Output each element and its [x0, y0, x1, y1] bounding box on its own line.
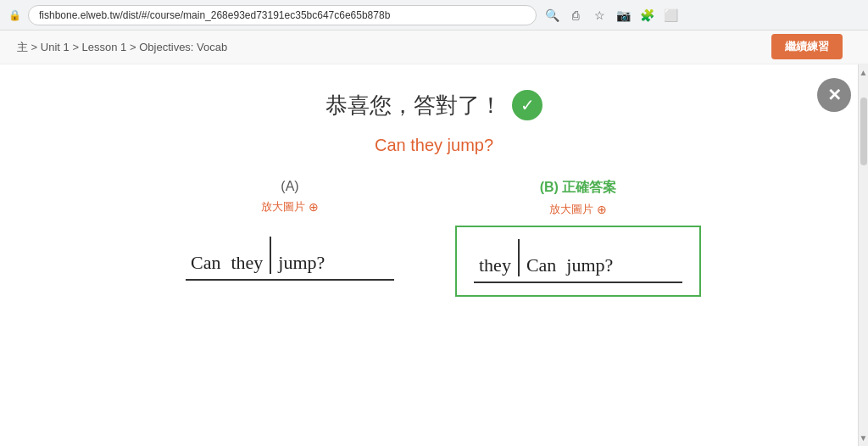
panel-b-enlarge-button[interactable]: 放大圖片 ⊕ — [549, 202, 607, 217]
panel-a-divider — [270, 237, 271, 274]
panel-b-enlarge-label: 放大圖片 — [549, 202, 593, 217]
continue-button[interactable]: 繼續練習 — [771, 34, 843, 59]
url-text: fishbone.elweb.tw/dist/#/course/main_268… — [39, 9, 390, 21]
panel-b-sentence: they Can jump? — [474, 239, 682, 283]
panel-b-word-3: jump? — [561, 254, 618, 276]
panel-a-enlarge-label: 放大圖片 — [261, 199, 305, 215]
lock-icon: 🔒 — [8, 9, 21, 21]
panel-a-enlarge-button[interactable]: 放大圖片 ⊕ — [261, 199, 319, 215]
url-bar[interactable]: fishbone.elweb.tw/dist/#/course/main_268… — [28, 5, 537, 25]
panel-a-sentence: Can they jump? — [186, 237, 394, 281]
extension-icon[interactable]: 🧩 — [638, 7, 655, 24]
panel-a: (A) 放大圖片 ⊕ Can they jump? — [163, 179, 417, 294]
congrats-text: 恭喜您，答對了！ — [326, 91, 502, 120]
panel-a-word-1: Can — [186, 252, 225, 274]
scroll-down-arrow[interactable]: ▼ — [860, 430, 868, 446]
share-icon[interactable]: ⎙ — [567, 7, 584, 24]
check-circle-icon: ✓ — [512, 90, 542, 120]
panel-b-enlarge-icon: ⊕ — [597, 203, 607, 216]
panel-a-word-3: jump? — [273, 252, 330, 274]
panel-a-label: (A) — [281, 179, 298, 194]
panel-b-word-1: they — [474, 254, 516, 276]
scroll-up-arrow[interactable]: ▲ — [860, 64, 868, 81]
panel-b-diagram: they Can jump? — [455, 226, 701, 297]
answers-container: (A) 放大圖片 ⊕ Can they jump? (B) — [95, 179, 773, 297]
panel-a-diagram: Can they jump? — [167, 223, 413, 294]
panel-a-enlarge-icon: ⊕ — [309, 200, 319, 214]
close-button[interactable]: ✕ — [817, 78, 851, 112]
panel-b-divider — [518, 239, 520, 276]
page-content: 主 > Unit 1 > Lesson 1 > Objectives: Voca… — [0, 31, 868, 446]
breadcrumb: 主 > Unit 1 > Lesson 1 > Objectives: Voca… — [17, 40, 227, 55]
search-browser-icon[interactable]: 🔍 — [543, 7, 560, 24]
star-icon[interactable]: ☆ — [591, 7, 608, 24]
camera-icon[interactable]: 📷 — [615, 7, 632, 24]
close-icon: ✕ — [827, 85, 842, 105]
window-icon[interactable]: ⬜ — [662, 7, 679, 24]
main-content: ▲ ▼ ✕ 恭喜您，答對了！ ✓ Can they jump? (A) 放大圖片 — [0, 64, 868, 446]
panel-b-baseline — [474, 282, 682, 283]
scrollbar[interactable]: ▲ ▼ — [858, 64, 868, 446]
panel-a-baseline — [186, 279, 394, 281]
checkmark-icon: ✓ — [520, 95, 535, 115]
browser-bar: 🔒 fishbone.elweb.tw/dist/#/course/main_2… — [0, 0, 868, 31]
panel-b-word-2: Can — [521, 254, 561, 276]
congrats-message: 恭喜您，答對了！ ✓ — [326, 90, 542, 120]
question-text: Can they jump? — [375, 136, 493, 155]
top-bar: 主 > Unit 1 > Lesson 1 > Objectives: Voca… — [0, 31, 868, 64]
scrollbar-thumb[interactable] — [860, 98, 867, 165]
browser-icons: 🔍 ⎙ ☆ 📷 🧩 ⬜ — [543, 7, 679, 24]
panel-b-label: (B) 正確答案 — [540, 179, 617, 197]
panel-b: (B) 正確答案 放大圖片 ⊕ they Can jump? — [451, 179, 705, 297]
panel-a-word-2: they — [225, 252, 268, 274]
